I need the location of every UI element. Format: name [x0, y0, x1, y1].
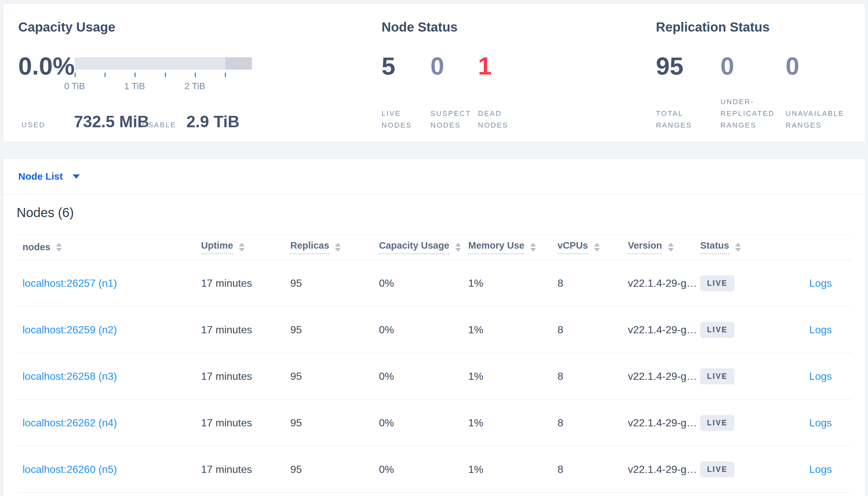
uptime-cell: 17 minutes: [201, 277, 290, 289]
nodes-table-body: localhost:26257 (n1)17 minutes950%1%8v22…: [17, 260, 851, 493]
vcpus-cell: 8: [557, 277, 628, 289]
logs-link[interactable]: Logs: [809, 277, 832, 289]
sort-icon: [530, 243, 536, 252]
node-address-link[interactable]: localhost:26262 (n4): [23, 417, 201, 429]
stat-value: 1: [478, 52, 533, 80]
stat-column: 0UNDER-REPLICATED RANGES: [720, 52, 785, 131]
stat-label: DEAD NODES: [478, 108, 533, 131]
capacity-cell: 0%: [379, 277, 468, 289]
logs-cell: Logs: [756, 277, 832, 289]
column-header-label: Uptime: [201, 240, 233, 254]
table-row: localhost:26258 (n3)17 minutes950%1%8v22…: [17, 353, 851, 400]
sort-icon: [594, 243, 600, 252]
axis-tick-label: 2 TiB: [184, 81, 205, 91]
column-header-status[interactable]: Status: [700, 240, 756, 254]
stat-value: 0: [720, 52, 785, 80]
stat-label: UNDER-REPLICATED RANGES: [720, 96, 785, 131]
node-address-link[interactable]: localhost:26258 (n3): [23, 370, 201, 383]
status-cell: LIVE: [700, 322, 756, 338]
replication-status-title: Replication Status: [656, 20, 769, 34]
sort-icon: [56, 243, 62, 252]
logs-link[interactable]: Logs: [809, 417, 832, 429]
node-list-dropdown[interactable]: Node List: [18, 171, 80, 182]
uptime-cell: 17 minutes: [201, 463, 290, 476]
nodes-table-header-row: nodesUptimeReplicasCapacity UsageMemory …: [17, 235, 851, 260]
stat-value: 95: [656, 52, 720, 80]
stat-value: 0: [785, 52, 857, 80]
capacity-bar-reserved-segment: [225, 57, 252, 69]
view-switcher-bar: Node List: [3, 158, 865, 194]
node-status-title: Node Status: [381, 20, 458, 34]
column-header-uptime[interactable]: Uptime: [201, 240, 290, 254]
logs-cell: Logs: [756, 417, 832, 429]
uptime-cell: 17 minutes: [201, 417, 290, 429]
replicas-cell: 95: [290, 277, 379, 289]
version-cell: v22.1.4-29-g…: [628, 277, 700, 289]
replicas-cell: 95: [290, 324, 379, 336]
logs-link[interactable]: Logs: [809, 370, 832, 382]
stat-label: UNAVAILABLE RANGES: [785, 108, 857, 131]
status-badge: LIVE: [700, 275, 734, 291]
cluster-summary-panel: Capacity Usage 0.0% 0 TiB1 TiB2 TiB USED…: [3, 3, 865, 142]
column-header-label: Version: [628, 240, 662, 254]
axis-tick-label: 1 TiB: [124, 81, 145, 91]
version-cell: v22.1.4-29-g…: [628, 417, 700, 429]
node-address-link[interactable]: localhost:26260 (n5): [23, 463, 201, 476]
capacity-usage-bar: [75, 57, 252, 69]
memory-cell: 1%: [468, 463, 557, 476]
nodes-table-panel: Nodes (6) nodesUptimeReplicasCapacity Us…: [3, 194, 865, 496]
logs-cell: Logs: [756, 370, 832, 383]
usable-label: USABLE: [142, 121, 176, 129]
memory-cell: 1%: [468, 324, 557, 336]
version-cell: v22.1.4-29-g…: [628, 324, 700, 336]
sort-icon: [668, 243, 674, 252]
replicas-cell: 95: [290, 370, 379, 383]
column-header-replicas[interactable]: Replicas: [290, 240, 379, 254]
capacity-usage-title: Capacity Usage: [18, 20, 115, 34]
stat-value: 5: [381, 52, 430, 80]
column-header-label: nodes: [23, 242, 50, 252]
column-header-label: Status: [700, 240, 729, 254]
status-badge: LIVE: [700, 415, 734, 431]
column-header-nodes[interactable]: nodes: [23, 242, 201, 252]
logs-link[interactable]: Logs: [809, 324, 832, 336]
stat-column: 1DEAD NODES: [478, 52, 533, 131]
node-status-stats: 5LIVE NODES0SUSPECT NODES1DEAD NODES: [381, 52, 533, 131]
memory-cell: 1%: [468, 370, 557, 383]
column-header-vcpus[interactable]: vCPUs: [557, 240, 628, 254]
memory-cell: 1%: [468, 417, 557, 429]
status-badge: LIVE: [700, 368, 734, 384]
column-header-label: Capacity Usage: [379, 240, 449, 254]
stat-column: 0SUSPECT NODES: [430, 52, 478, 131]
table-row: localhost:26257 (n1)17 minutes950%1%8v22…: [17, 260, 851, 307]
column-header-capacity-usage[interactable]: Capacity Usage: [379, 240, 468, 254]
axis-tick: [75, 73, 76, 77]
axis-tick: [105, 73, 106, 77]
column-header-memory-use[interactable]: Memory Use: [468, 240, 557, 254]
version-cell: v22.1.4-29-g…: [628, 463, 700, 476]
usable-value: 2.9 TiB: [186, 112, 239, 131]
status-cell: LIVE: [700, 462, 756, 478]
logs-cell: Logs: [756, 463, 832, 476]
axis-tick: [135, 73, 136, 77]
capacity-cell: 0%: [379, 417, 468, 429]
node-list-dropdown-label: Node List: [18, 171, 63, 182]
uptime-cell: 17 minutes: [201, 370, 290, 383]
version-cell: v22.1.4-29-g…: [628, 370, 700, 383]
table-row: localhost:26262 (n4)17 minutes950%1%8v22…: [17, 400, 851, 446]
stat-column: 0UNAVAILABLE RANGES: [785, 52, 857, 131]
column-header-label: vCPUs: [557, 240, 588, 254]
axis-tick: [165, 73, 166, 77]
node-address-link[interactable]: localhost:26257 (n1): [23, 277, 201, 289]
capacity-cell: 0%: [379, 463, 468, 476]
column-header-version[interactable]: Version: [628, 240, 700, 254]
chevron-down-icon: [73, 174, 80, 179]
stat-label: TOTAL RANGES: [656, 108, 720, 131]
replication-status-stats: 95TOTAL RANGES0UNDER-REPLICATED RANGES0U…: [656, 52, 857, 131]
stat-column: 95TOTAL RANGES: [656, 52, 720, 131]
node-address-link[interactable]: localhost:26259 (n2): [23, 324, 201, 336]
stat-label: LIVE NODES: [381, 108, 430, 131]
logs-link[interactable]: Logs: [809, 463, 832, 475]
capacity-used-percent: 0.0%: [18, 52, 75, 80]
axis-tick: [195, 73, 196, 77]
